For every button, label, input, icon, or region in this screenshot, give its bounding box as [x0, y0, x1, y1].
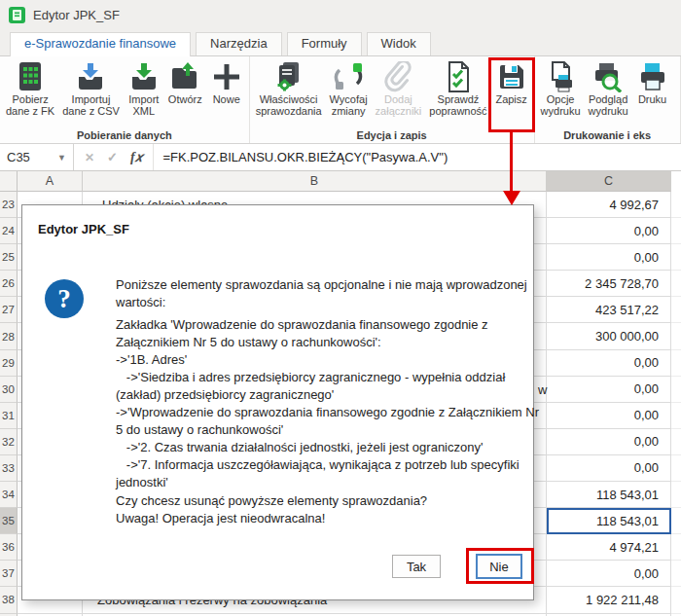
ribbon-group-label: Pobieranie danych	[0, 129, 249, 141]
yes-button[interactable]: Tak	[392, 555, 441, 578]
row-filler	[671, 534, 681, 561]
cell-C23[interactable]: 4 992,67	[547, 192, 671, 218]
plus-icon	[210, 60, 243, 93]
dialog-intro-text: Poniższe elementy sprawozdania są opcjon…	[116, 276, 528, 311]
row-header-26[interactable]: 26	[0, 271, 18, 297]
dialog-details-text: Zakładka 'Wprowadzenie do sprawozdania f…	[116, 316, 540, 491]
wycofaj-zmiany-label: Wycofajzmiany	[330, 93, 368, 117]
row-filler	[671, 350, 681, 377]
row-filler	[671, 429, 681, 455]
cell-C27[interactable]: 423 517,22	[547, 297, 671, 323]
import-xml-icon	[127, 60, 161, 93]
row-filler	[671, 297, 681, 323]
cell-C37[interactable]: 0,00	[547, 561, 671, 587]
cell-C29[interactable]: 0,00	[547, 350, 671, 377]
row-header-27[interactable]: 27	[0, 297, 18, 323]
opcje-wydruku-label: Opcjewydruku	[541, 93, 581, 117]
validate-document-icon	[442, 60, 475, 93]
podglad-wydruku-button[interactable]: Podglądwydruku	[585, 59, 632, 118]
window-title: Edytor JPK_SF	[33, 8, 120, 22]
tab-formuly[interactable]: Formuły	[287, 32, 362, 55]
column-header-c[interactable]: C	[547, 171, 671, 192]
cell-reference-box[interactable]: C35 ▼	[0, 144, 74, 170]
grid-header: ABC	[0, 171, 681, 192]
tab-widok[interactable]: Widok	[367, 32, 431, 55]
import-xml-button[interactable]: ImportXML	[124, 59, 164, 118]
pobierz-dane-z-fk-button[interactable]: Pobierzdane z FK	[2, 59, 58, 118]
row-header-32[interactable]: 32	[0, 429, 18, 455]
ribbon-group-1: Pobierzdane z FKImportujdane z CSVImport…	[0, 56, 250, 143]
row-filler	[671, 323, 681, 349]
cell-C32[interactable]: 0,00	[547, 429, 671, 455]
paperclip-icon	[381, 60, 414, 93]
column-header-a[interactable]: A	[18, 171, 83, 192]
row-filler	[671, 508, 681, 534]
cell-C25[interactable]: 0,00	[547, 244, 671, 271]
no-button-highlight	[466, 548, 534, 584]
question-mark-icon: ?	[45, 279, 84, 318]
cell-C28[interactable]: 300 000,00	[547, 323, 671, 349]
dialog-question-text: Czy chcesz usunąć powyższe elementy spra…	[116, 492, 528, 527]
otworz-label: Otwórz	[168, 93, 202, 105]
row-header-31[interactable]: 31	[0, 403, 18, 429]
select-all-corner[interactable]	[0, 171, 18, 192]
save-highlight	[488, 57, 535, 132]
row-filler	[671, 482, 681, 508]
cancel-icon[interactable]: ✕	[85, 151, 94, 164]
cell-C31[interactable]: 0,00	[547, 403, 671, 429]
row-header-38[interactable]: 38	[0, 587, 18, 613]
wycofaj-zmiany-button[interactable]: Wycofajzmiany	[326, 59, 372, 118]
formula-input[interactable]: =FK.POZ.BILANSU.OKR.BIEŻĄCY("Pasywa.A.V"…	[154, 144, 681, 170]
confirm-icon[interactable]: ✓	[107, 150, 118, 164]
row-filler	[671, 271, 681, 297]
row-header-36[interactable]: 36	[0, 534, 18, 561]
tab-narzedzia[interactable]: Narzędzia	[196, 32, 282, 55]
pobierz-dane-z-fk-label: Pobierzdane z FK	[6, 93, 54, 117]
import-xml-label: ImportXML	[128, 93, 159, 117]
row-header-33[interactable]: 33	[0, 455, 18, 482]
sprawdz-poprawnosc-button[interactable]: Sprawdźpoprawność	[425, 59, 490, 118]
otworz-button[interactable]: Otwórz	[164, 59, 206, 106]
ribbon-group-3: OpcjewydrukuPodglądwydrukuDrukuDrukowani…	[535, 56, 681, 143]
importuj-dane-z-csv-button[interactable]: Importujdane z CSV	[58, 59, 124, 118]
row-filler	[671, 244, 681, 271]
print-preview-icon	[591, 60, 625, 93]
grid-header-filler	[671, 171, 681, 192]
row-header-37[interactable]: 37	[0, 561, 18, 587]
cell-C26[interactable]: 2 345 728,70	[547, 271, 671, 297]
ribbon: Pobierzdane z FKImportujdane z CSVImport…	[0, 55, 681, 144]
open-folder-icon	[168, 60, 201, 93]
row-header-28[interactable]: 28	[0, 323, 18, 349]
cell-C35[interactable]: 118 543,01	[547, 508, 671, 534]
app-icon	[9, 7, 25, 23]
nowe-button[interactable]: Nowe	[206, 59, 247, 106]
dodaj-zalaczniki-button[interactable]: Dodajzałączniki	[372, 59, 426, 118]
row-header-29[interactable]: 29	[0, 350, 18, 377]
nowe-label: Nowe	[213, 93, 240, 105]
ribbon-group-label: Drukowanie i eks	[535, 129, 680, 141]
chevron-down-icon[interactable]: ▼	[57, 153, 66, 163]
row-filler	[671, 455, 681, 482]
opcje-wydruku-button[interactable]: Opcjewydruku	[537, 59, 585, 118]
wlasciwosci-sprawozdania-button[interactable]: Właściwościsprawozdania	[252, 59, 326, 118]
cell-C34[interactable]: 118 543,01	[547, 482, 671, 508]
column-header-b[interactable]: B	[83, 171, 547, 192]
row-header-23[interactable]: 23	[0, 192, 18, 218]
cell-C33[interactable]: 0,00	[547, 455, 671, 482]
row-header-35[interactable]: 35	[0, 508, 18, 534]
drukuj-button[interactable]: Druku	[632, 59, 673, 106]
row-header-30[interactable]: 30	[0, 377, 18, 403]
row-header-25[interactable]: 25	[0, 244, 18, 271]
tab-e-sprawozdanie-finansowe[interactable]: e-Sprawozdanie finansowe	[10, 32, 191, 56]
cell-C38[interactable]: 1 922 211,48	[547, 587, 671, 613]
row-header-34[interactable]: 34	[0, 482, 18, 508]
fx-icon[interactable]: f𝑥	[130, 150, 142, 165]
formula-bar-icons: ✕ ✓ f𝑥	[74, 144, 154, 170]
row-header-24[interactable]: 24	[0, 218, 18, 244]
row-filler	[671, 377, 681, 403]
print-options-icon	[544, 60, 577, 93]
wlasciwosci-sprawozdania-label: Właściwościsprawozdania	[256, 93, 322, 117]
cell-C24[interactable]: 0,00	[547, 218, 671, 244]
cell-C36[interactable]: 4 974,21	[547, 534, 671, 561]
cell-C30[interactable]: 0,00	[547, 377, 671, 403]
